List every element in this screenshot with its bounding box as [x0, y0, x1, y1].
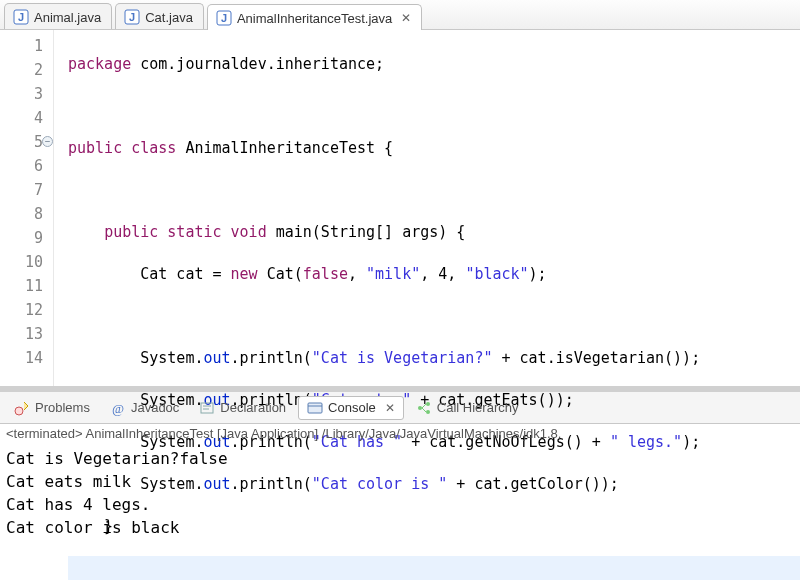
svg-text:J: J [129, 11, 135, 23]
svg-point-6 [15, 407, 23, 415]
call-hierarchy-icon [416, 400, 432, 416]
svg-text:J: J [221, 12, 227, 24]
view-javadoc[interactable]: @ Javadoc [102, 396, 187, 420]
declaration-icon [199, 400, 215, 416]
view-console[interactable]: Console ✕ [298, 396, 404, 420]
tab-label: Cat.java [145, 10, 193, 25]
line-number: 6 [8, 154, 43, 178]
problems-icon [14, 400, 30, 416]
close-icon[interactable]: ✕ [401, 11, 411, 25]
svg-text:J: J [18, 11, 24, 23]
line-number-gutter: 12345−67891011121314 [0, 30, 54, 386]
view-tab-label: Console [328, 400, 376, 415]
line-number: 12 [8, 298, 43, 322]
javadoc-icon: @ [110, 400, 126, 416]
svg-line-16 [422, 404, 426, 408]
view-tab-label: Call Hierarchy [437, 400, 519, 415]
line-number: 9 [8, 226, 43, 250]
svg-point-15 [426, 410, 430, 414]
fold-icon[interactable]: − [42, 136, 53, 147]
code-editor[interactable]: 12345−67891011121314 package com.journal… [0, 30, 800, 392]
close-icon[interactable]: ✕ [385, 401, 395, 415]
editor-tab-animal[interactable]: J Animal.java [4, 3, 112, 29]
svg-rect-8 [201, 403, 213, 413]
line-number: 7 [8, 178, 43, 202]
editor-tab-bar: J Animal.java J Cat.java J AnimalInherit… [0, 0, 800, 30]
svg-point-14 [426, 402, 430, 406]
code-line [68, 94, 800, 118]
line-number: 4 [8, 106, 43, 130]
code-line: public static void main(String[] args) { [68, 220, 800, 244]
view-tab-label: Javadoc [131, 400, 179, 415]
line-number: 11 [8, 274, 43, 298]
java-file-icon: J [216, 10, 232, 26]
code-line: System.out.println("Cat is Vegetarian?" … [68, 346, 800, 370]
view-problems[interactable]: Problems [6, 396, 98, 420]
line-number: 3 [8, 82, 43, 106]
tab-label: Animal.java [34, 10, 101, 25]
line-number: 10 [8, 250, 43, 274]
line-number: 14 [8, 346, 43, 370]
view-declaration[interactable]: Declaration [191, 396, 294, 420]
code-line: public class AnimalInheritanceTest { [68, 136, 800, 160]
code-line [68, 304, 800, 328]
editor-tab-animalinheritancetest[interactable]: J AnimalInheritanceTest.java ✕ [207, 4, 422, 30]
view-tab-label: Problems [35, 400, 90, 415]
code-line-cursor [68, 556, 800, 580]
svg-point-13 [418, 406, 422, 410]
code-content[interactable]: package com.journaldev.inheritance; publ… [54, 30, 800, 386]
svg-rect-11 [308, 403, 322, 413]
line-number: 5− [8, 130, 43, 154]
line-number: 1 [8, 34, 43, 58]
line-number: 13 [8, 322, 43, 346]
code-line: package com.journaldev.inheritance; [68, 52, 800, 76]
svg-line-17 [422, 408, 426, 412]
java-file-icon: J [13, 9, 29, 25]
code-line [68, 178, 800, 202]
code-line: System.out.println("Cat color is " + cat… [68, 472, 800, 496]
view-tab-label: Declaration [220, 400, 286, 415]
console-icon [307, 400, 323, 416]
editor-tab-cat[interactable]: J Cat.java [115, 3, 204, 29]
svg-text:@: @ [112, 401, 124, 416]
java-file-icon: J [124, 9, 140, 25]
line-number: 2 [8, 58, 43, 82]
code-line: Cat cat = new Cat(false, "milk", 4, "bla… [68, 262, 800, 286]
tab-label: AnimalInheritanceTest.java [237, 11, 392, 26]
view-call-hierarchy[interactable]: Call Hierarchy [408, 396, 527, 420]
line-number: 8 [8, 202, 43, 226]
